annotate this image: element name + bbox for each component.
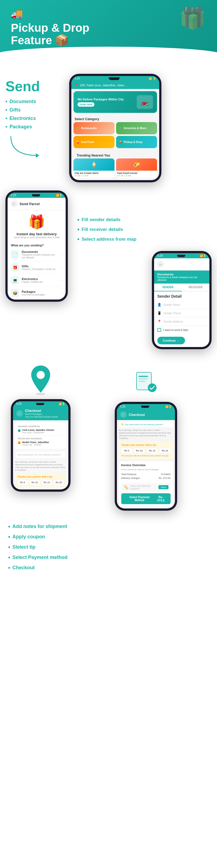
svg-rect-4 xyxy=(138,376,148,377)
send-item-packages: Packages xyxy=(5,123,65,131)
checkout1-back[interactable]: ← xyxy=(16,410,23,417)
tip-10[interactable]: Rs 10 xyxy=(30,480,40,485)
sender-phone-wrapper: 5:28 📶🔋 ← Documents Passports & bank che… xyxy=(72,251,212,349)
coupon-apply-button[interactable]: Apply xyxy=(158,485,168,489)
checkout1-phone: 5:29 📶🔋 ← Checkout Send Packages Your on… xyxy=(11,399,70,491)
trending-img-1: 🍦 xyxy=(73,158,115,171)
checkout2-tip-1g[interactable]: Rs 1G xyxy=(134,448,145,454)
send-item-documents: Documents xyxy=(5,97,65,106)
sender-name-label: Sender Name xyxy=(163,303,206,306)
trending-items: 🍦 City Ice Cream Store 3.5 ⭐ 1.2 KM 🌮 Fa… xyxy=(73,158,157,178)
svg-point-1 xyxy=(36,393,45,395)
invoice-row-delivery: Delivery Charges Rs. 373.00 xyxy=(121,477,170,479)
phone-icon: 📱 xyxy=(157,311,161,315)
checkout2-instructions: ✏️ any instructions for the delivery par… xyxy=(119,422,173,427)
send-later-label: I want to send it later xyxy=(163,329,188,332)
bullet-select-tip: Slelect tip xyxy=(8,542,209,552)
parcel-screen-title: Send Parcel xyxy=(20,202,40,206)
checkout2-tip-5[interactable]: Rs 5 xyxy=(121,448,132,454)
checkout2-time: 5:29 xyxy=(120,405,125,408)
continue-button[interactable]: Continue → xyxy=(157,337,185,344)
tab-sender[interactable]: SENDER xyxy=(154,283,182,291)
categories-title: Select Category xyxy=(71,115,159,122)
location-bar: 📍 198, Fateh pura, Jalandhar, Jalan... xyxy=(71,81,159,89)
category-groceries[interactable]: 🛒 Groceries & More xyxy=(116,122,157,134)
checkout2-tip-20[interactable]: Rs 20 xyxy=(159,448,170,454)
phone-notch xyxy=(109,77,120,80)
payment-label: Select Payment Method xyxy=(124,496,155,502)
send-parcel-phone: 5:29 📶🔋 ← Send Parcel 🎁 Instant day fast… xyxy=(5,190,68,302)
send-later-checkbox-row[interactable]: I want to send it later xyxy=(154,326,209,334)
checkout2-tip-title: Thanks your partner with a tip xyxy=(121,444,170,446)
order-now-button[interactable]: Order Now xyxy=(78,102,94,106)
header-title-line1: Pickup & Drop xyxy=(11,22,206,34)
sender-detail-screen: 5:28 📶🔋 ← Documents Passports & bank che… xyxy=(154,253,209,347)
gifts-arrow: › xyxy=(61,266,62,270)
fastfood-icon: 🍟 xyxy=(76,141,80,144)
send-later-checkbox[interactable] xyxy=(157,328,161,332)
tip-5[interactable]: Rs 5 xyxy=(18,480,28,485)
instructions-input[interactable]: any instructions for the delivery partne… xyxy=(15,451,66,459)
coupon-row[interactable]: 🏷️ Have any discount coupon? Apply xyxy=(121,483,170,492)
person-icon: 👤 xyxy=(157,303,161,307)
parcel-options: 📄 Documents Passports & bank cheques are… xyxy=(8,248,66,300)
svg-rect-6 xyxy=(138,381,145,382)
tip-15[interactable]: Rs 15 xyxy=(41,480,52,485)
checkout1-notch xyxy=(36,403,44,405)
checkout2-tip-15[interactable]: Rs 15 xyxy=(147,448,158,454)
documents-icon: 📄 xyxy=(11,250,19,258)
trending-item-2[interactable]: 🌮 Fast Food Corner 4.0 ⭐ 0.8 KM xyxy=(116,158,157,178)
address-card: SENDER ADDRESS Civil Lines, Namdev Chown… xyxy=(15,423,66,449)
option-gifts[interactable]: 🎁 Gifts Flowers, Chocolates, Cards etc. … xyxy=(11,261,62,274)
checkout2-status: 5:29 📶🔋 xyxy=(117,404,175,409)
svg-point-7 xyxy=(148,383,156,392)
svg-marker-0 xyxy=(36,153,39,158)
sender-address-label: Sender Address xyxy=(163,320,206,323)
coupon-input[interactable]: Have any discount coupon? xyxy=(130,485,157,490)
sender-phone-label: Sender Phone xyxy=(163,312,206,315)
location-icon-field: 📍 xyxy=(157,320,161,323)
electronics-icon: 💻 xyxy=(11,276,19,284)
bottom-bullets-section: Add notes for shipment Apply coupon Slel… xyxy=(0,514,217,581)
receiver-dot xyxy=(18,441,21,444)
category-restaurants[interactable]: 🍔 Restaurants xyxy=(73,122,115,134)
status-bar: 5:24 📶 🔋 xyxy=(71,76,159,81)
main-app-screen: 5:24 📶 🔋 📍 198, Fateh pura, Jalandhar, J… xyxy=(71,76,159,180)
option-electronics[interactable]: 💻 Electronics Laptop, mobiles etc. › xyxy=(11,274,62,287)
doc-type-note: Passports & bank cheques are not allowed xyxy=(157,276,206,281)
confirm-text: By Confirming I accept this order doesn'… xyxy=(13,461,68,473)
checkout1-time: 5:29 xyxy=(16,402,22,405)
checkout1-signal: 📶🔋 xyxy=(59,402,65,405)
option-documents[interactable]: 📄 Documents Passports & bank cheques are… xyxy=(11,248,62,261)
tab-receiver[interactable]: RECEIVER xyxy=(182,283,209,291)
main-content: Send Documents Gifts Electronics Package… xyxy=(0,60,217,586)
sender-phone-field[interactable]: 📱 Sender Phone xyxy=(154,309,209,317)
checkout2-screen: 5:29 📶🔋 ← Checkout ✏️ any instructions f… xyxy=(117,404,175,508)
checkout1-col: 5:29 📶🔋 ← Checkout Send Packages Your on… xyxy=(5,358,76,491)
sender-address-field[interactable]: 📍 Sender Address xyxy=(154,317,209,326)
tip-20[interactable]: Rs 20 xyxy=(54,480,64,485)
category-pickup-drop[interactable]: 📦 Pickup & Drop xyxy=(116,136,157,148)
parcel-hero-title: Instant day fast delivery xyxy=(17,232,57,236)
svg-rect-5 xyxy=(138,378,148,379)
restaurant-icon: 🍔 xyxy=(76,127,80,130)
checkout2-phone: 5:29 📶🔋 ← Checkout ✏️ any instructions f… xyxy=(115,402,177,510)
checkout1-title-group: Checkout Send Packages Your on-demand so… xyxy=(25,409,58,418)
instructions-label: ✏️ any instructions for the delivery par… xyxy=(121,423,170,426)
checkout2-col: 5:29 📶🔋 ← Checkout ✏️ any instructions f… xyxy=(80,358,212,510)
sender-name-field[interactable]: 👤 Sender Name xyxy=(154,301,209,309)
parcel-back-button[interactable]: ← xyxy=(11,200,18,207)
option-packages[interactable]: 📦 Packages Any kind of packages. › xyxy=(11,287,62,300)
checkout2-back[interactable]: ← xyxy=(120,411,127,418)
category-fastfood[interactable]: 🍟 Fast Food xyxy=(73,136,115,148)
sender-addr-text: Civil Lines, Namdev Chown Sort code: 123… xyxy=(22,429,54,434)
checkout2-tip: Thanks your partner with a tip Rs 5 Rs 1… xyxy=(119,441,173,459)
doc-type-header: Documents Passports & bank cheques are n… xyxy=(154,271,209,283)
option-electronics-text: Electronics Laptop, mobiles etc. xyxy=(22,277,59,283)
trending-item-1[interactable]: 🍦 City Ice Cream Store 3.5 ⭐ 1.2 KM xyxy=(73,158,115,178)
parcel-back-header: ← Send Parcel xyxy=(8,198,66,210)
payment-method-button[interactable]: Select Payment Method Rs. 373.2 xyxy=(121,493,170,504)
sender-back-button[interactable]: ← xyxy=(157,261,164,268)
sender-dot xyxy=(18,429,21,432)
location-icon: 📍 xyxy=(74,83,79,87)
